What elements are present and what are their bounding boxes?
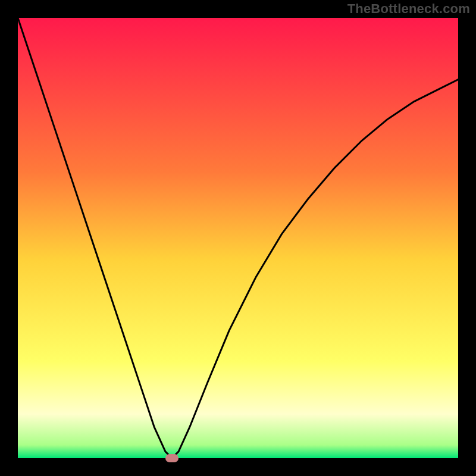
chart-background xyxy=(18,18,458,458)
bottleneck-marker xyxy=(165,454,178,462)
chart-frame: TheBottleneck.com xyxy=(0,0,476,476)
chart-svg xyxy=(18,18,458,458)
watermark-text: TheBottleneck.com xyxy=(347,1,470,17)
plot-area xyxy=(18,18,458,458)
